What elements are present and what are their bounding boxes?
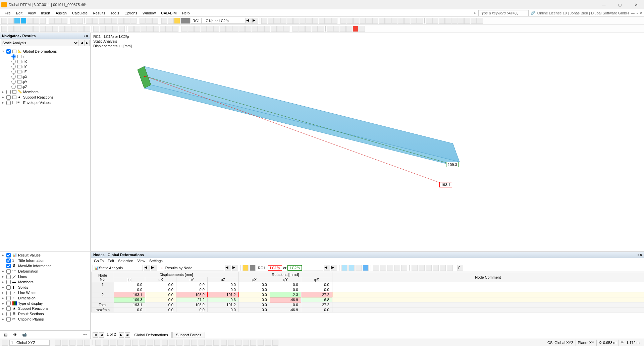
bp-t5[interactable]: [373, 265, 379, 271]
t2-26[interactable]: [166, 26, 172, 32]
tb-y9[interactable]: [391, 18, 397, 24]
tab-eye-icon[interactable]: 👁: [11, 332, 19, 338]
t2-22[interactable]: [141, 26, 147, 32]
bp-pin-icon[interactable]: ▫: [638, 253, 639, 257]
t2-3[interactable]: [14, 26, 20, 32]
t2-15[interactable]: [93, 26, 99, 32]
bp-resultsby-select[interactable]: Results by Node: [164, 265, 224, 271]
tb-doc2[interactable]: [55, 18, 61, 24]
page-prev[interactable]: ◀: [99, 332, 104, 338]
tb-x5[interactable]: [287, 18, 293, 24]
menu-edit[interactable]: Edit: [13, 10, 25, 16]
tree-uy[interactable]: uY: [1, 64, 89, 69]
t2-35[interactable]: [226, 26, 232, 32]
sb-9[interactable]: [117, 340, 123, 346]
tree-support[interactable]: ▸▲Support Reactions: [1, 95, 89, 100]
sb-28[interactable]: [258, 340, 264, 346]
results-table[interactable]: NodeNo. Displacements [mm] Rotations [mr…: [91, 272, 644, 312]
t2-21[interactable]: [134, 26, 140, 32]
t2-9[interactable]: [52, 26, 58, 32]
tb-calc1[interactable]: [140, 18, 146, 24]
t2-19[interactable]: [119, 26, 125, 32]
sb-8[interactable]: [110, 340, 116, 346]
sb-6[interactable]: [95, 340, 101, 346]
tb-z8[interactable]: [471, 18, 477, 24]
opt-dimension[interactable]: ▸↔Dimension: [1, 295, 89, 301]
tb-y4[interactable]: [360, 18, 366, 24]
bp-prev1[interactable]: ◀: [144, 265, 150, 271]
nav-prev[interactable]: ◀: [79, 40, 84, 46]
tb-z2[interactable]: [432, 18, 438, 24]
close-button[interactable]: ✕: [629, 1, 643, 9]
opt-clipping[interactable]: ▸✂Clipping Planes: [1, 316, 89, 322]
tb-r2[interactable]: [168, 18, 174, 24]
tree-phiz[interactable]: φZ: [1, 84, 89, 89]
rc-dropdown[interactable]: RC1: [191, 18, 202, 24]
tb-calc2[interactable]: [146, 18, 152, 24]
tb-x8[interactable]: [306, 18, 312, 24]
nav-next[interactable]: ▶: [84, 40, 90, 46]
t2-13[interactable]: [78, 26, 84, 32]
bp-t6[interactable]: [380, 265, 386, 271]
menu-file[interactable]: File: [2, 10, 13, 16]
bp-next2[interactable]: ▶: [232, 265, 238, 271]
bp-t1[interactable]: [341, 265, 347, 271]
tb-z7[interactable]: [464, 18, 470, 24]
tb-next[interactable]: ▶: [252, 18, 258, 24]
opt-result-values[interactable]: ▸📊Result Values: [1, 252, 89, 258]
t2-37[interactable]: [239, 26, 245, 32]
t2-32[interactable]: [207, 26, 213, 32]
nav-pin-icon[interactable]: ▫: [84, 34, 85, 38]
bp-y1[interactable]: [243, 265, 249, 271]
t2-48[interactable]: [312, 26, 318, 32]
tb-saveas[interactable]: [33, 18, 39, 24]
opt-title-info[interactable]: ℹTitle Information: [1, 258, 89, 263]
t2-20[interactable]: [128, 26, 134, 32]
tb-view8[interactable]: [130, 18, 137, 24]
bp-t13[interactable]: [433, 265, 439, 271]
nav-close-icon[interactable]: ×: [86, 34, 88, 38]
bp-menu-selection[interactable]: Selection: [118, 259, 133, 263]
sb-30[interactable]: [272, 340, 278, 346]
sb-cs-icon[interactable]: [2, 340, 8, 346]
bp-analysis-select[interactable]: 📊 Static Analysis: [93, 265, 143, 271]
opt-members[interactable]: ▸▬Members: [1, 279, 89, 285]
tree-phiy[interactable]: φY: [1, 79, 89, 84]
t2-14[interactable]: [84, 26, 90, 32]
sb-7[interactable]: [103, 340, 109, 346]
tb-new[interactable]: [1, 18, 7, 24]
t2-42[interactable]: [271, 26, 277, 32]
t2-52[interactable]: [340, 26, 346, 32]
page-last[interactable]: ⏭: [125, 332, 130, 338]
tb-view6[interactable]: [118, 18, 124, 24]
sb-25[interactable]: [235, 340, 241, 346]
tab-global-deformations[interactable]: Global Deformations: [131, 332, 172, 338]
sb-22[interactable]: [213, 340, 219, 346]
bp-next1[interactable]: ▶: [151, 265, 157, 271]
t2-41[interactable]: [264, 26, 270, 32]
tree-members[interactable]: ▸📏Members: [1, 89, 89, 95]
tb-prev[interactable]: ◀: [246, 18, 252, 24]
t2-47[interactable]: [305, 26, 311, 32]
bp-menu-settings[interactable]: Settings: [149, 259, 163, 263]
tab-camera-icon[interactable]: 📹: [21, 332, 28, 338]
opt-result-sections[interactable]: ▸⊞Result Sections: [1, 311, 89, 316]
lc-dropdown[interactable]: LC1/p or LC2/p: [202, 18, 246, 24]
tb-x7[interactable]: [300, 18, 306, 24]
menu-view[interactable]: View: [25, 10, 39, 16]
sb-12[interactable]: [140, 340, 146, 346]
analysis-select[interactable]: Static Analysis: [1, 40, 79, 46]
bp-t10[interactable]: [412, 265, 418, 271]
t2-24[interactable]: [153, 26, 159, 32]
menu-cadbim[interactable]: CAD-BIM: [158, 10, 179, 16]
t2-49[interactable]: [318, 26, 324, 32]
opt-support-reactions[interactable]: ▸▲Support Reactions: [1, 306, 89, 311]
mdi-max[interactable]: ▫: [637, 11, 638, 15]
tb-x6[interactable]: [293, 18, 299, 24]
t2-12[interactable]: [71, 26, 77, 32]
page-first[interactable]: ⏮: [93, 332, 98, 338]
bp-prev2[interactable]: ◀: [225, 265, 231, 271]
opt-type-display[interactable]: ▸Type of display: [1, 301, 89, 306]
sb-27[interactable]: [250, 340, 256, 346]
bp-close-icon[interactable]: ×: [640, 253, 642, 257]
